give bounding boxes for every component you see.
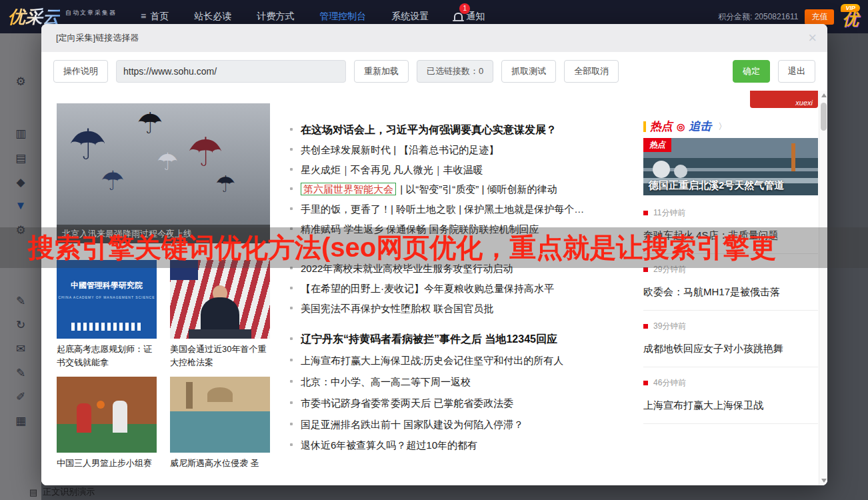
hot-news-item[interactable]: 39分钟前 成都地铁回应女子对小孩跳艳舞 (643, 311, 818, 367)
dialog-toolbar: 操作说明 重新加载 已选链接数：0 抓取测试 全部取消 确定 退出 (41, 52, 827, 91)
building-decoration (71, 323, 142, 331)
red-square-icon (643, 211, 648, 215)
menu-item-settings[interactable]: 系统设置 (391, 11, 429, 23)
umbrella-icon: ☂ (157, 150, 178, 174)
bullet-icon (290, 267, 293, 269)
hero-photo-link[interactable]: ☂ ☂ ☂ ☂ ☂ ☂ 北京入汛来最强降雨过程今夜上线 (57, 103, 270, 243)
scroll-up-arrow-icon[interactable] (821, 93, 827, 97)
news-link[interactable]: 国足亚洲排名跌出前十 国家队建设为何陷入停滞？ (290, 418, 667, 431)
promo-banner-fragment[interactable]: xuexi (750, 91, 818, 108)
embedded-webpage: xuexi ☂ ☂ ☂ ☂ ☂ ☂ 北京入汛来最强降雨过程今夜上线 中國管理科學… (41, 91, 827, 485)
banner-swoosh-decoration (756, 91, 797, 102)
hot-news-list: 11分钟前 奔驰车起火 4S店：非质量问题 29分钟前 欧委会：马航MH17是被… (643, 197, 818, 424)
highlighted-selected-link[interactable]: 第六届世界智能大会 (301, 183, 396, 195)
news-link[interactable]: 市委书记跻身省委常委两天后 已掌舵省委政法委 (290, 397, 667, 410)
news-link[interactable]: 2022年离校未就业高校毕业生服务攻坚行动启动 (290, 262, 667, 275)
tank-decoration (674, 165, 687, 178)
umbrella-icon: ☂ (187, 133, 223, 173)
photo-caption[interactable]: 威尼斯遇高水位侵袭 圣 (170, 457, 271, 470)
exit-button[interactable]: 退出 (778, 60, 815, 83)
photo-caption[interactable]: 美国会通过近30年首个重大控枪法案 (170, 343, 271, 369)
photo-card-congress[interactable] (170, 260, 270, 339)
dialog-header: [定向采集]链接选择器 × (41, 24, 827, 52)
news-link[interactable]: 【在希望的田野上·麦收记】今年夏粮收购总量保持高水平 (290, 282, 667, 295)
flag-decoration (170, 260, 198, 280)
vertical-scrollbar[interactable] (819, 91, 827, 485)
menu-item-billing[interactable]: 计费方式 (257, 11, 294, 23)
scrollbar-thumb[interactable] (821, 103, 827, 131)
news-link[interactable]: 上海宣布打赢大上海保卫战:历史会记住坚守和付出的所有人 (290, 354, 667, 367)
hot-news-item[interactable]: 29分钟前 欧委会：马航MH17是被俄击落 (643, 254, 818, 311)
menu-item-webmaster-read[interactable]: 站长必读 (194, 11, 231, 23)
menu-item-home[interactable]: ≡首页 (141, 11, 169, 23)
news-link[interactable]: 美国宪法不再保护女性堕胎权 联合国官员批 (290, 302, 667, 315)
academy-title: 中國管理科學研究院 (57, 280, 157, 291)
timestamp: 46分钟前 (643, 378, 818, 388)
bullet-icon (290, 423, 293, 425)
bullet-icon (290, 207, 293, 210)
hot-badge: 热点 (643, 138, 671, 152)
recharge-button[interactable]: 充值 (805, 9, 834, 25)
scroll-down-arrow-icon[interactable] (821, 479, 827, 483)
news-link[interactable]: 星火成炬｜不舍再见 凡人微光｜丰收温暖 (290, 163, 667, 177)
red-square-icon (643, 267, 648, 272)
figure-decoration (201, 297, 239, 331)
bullet-icon (290, 307, 293, 309)
help-button[interactable]: 操作说明 (53, 60, 108, 83)
photo-caption[interactable]: 中国三人男篮止步小组赛 (57, 457, 158, 470)
news-link[interactable]: 精准赋码 学生返乡 保通保畅 国务院联防联控机制回应 (290, 223, 667, 236)
hero-caption: 北京入汛来最强降雨过程今夜上线 (57, 225, 270, 243)
news-link[interactable]: 辽宁丹东“持黄码者看病被拦”事件之后 当地12345回应 (290, 333, 667, 346)
confirm-button[interactable]: 确定 (733, 60, 770, 83)
photo-card-basketball[interactable] (57, 377, 157, 453)
tower-decoration (186, 382, 193, 409)
hot-news-item[interactable]: 46分钟前 上海宣布打赢大上海保卫战 (643, 367, 818, 424)
target-icon: ◎ (677, 121, 685, 132)
timestamp: 39分钟前 (643, 321, 818, 331)
news-link[interactable]: 北京：中小学、高一高二等下周一返校 (290, 375, 667, 389)
credits-amount: 积分金额: 2050821611 (718, 11, 799, 23)
news-link[interactable]: 共创全球发展新时代 | 【沿着总书记的足迹】 (290, 143, 667, 157)
hot-image-caption: 德国正重启北溪2号天然气管道 (649, 179, 784, 192)
news-link[interactable]: 第六届世界智能大会 | 以“智变”引“质变” | 倾听创新的律动 (290, 183, 667, 196)
umbrella-icon: ☂ (69, 123, 107, 166)
tank-decoration (653, 161, 670, 178)
top-menu: ≡首页 站长必读 计费方式 管理控制台 系统设置 通知 1 (141, 11, 485, 23)
photo-card-academy[interactable]: 中國管理科學研究院 CHINA ACADEMY OF MANAGEMENT SC… (57, 260, 157, 339)
news-link[interactable]: 退休近6年被查算久吗？超过10年的都有 (290, 439, 667, 452)
bullet-icon (290, 128, 293, 131)
grab-test-button[interactable]: 抓取测试 (501, 60, 556, 83)
hot-feature-image[interactable]: 热点 德国正重启北溪2号天然气管道 (643, 138, 818, 195)
umbrella-icon: ☂ (101, 167, 125, 194)
link-selector-dialog: [定向采集]链接选择器 × 操作说明 重新加载 已选链接数：0 抓取测试 全部取… (41, 24, 827, 485)
timestamp: 11分钟前 (643, 208, 818, 218)
umbrella-icon: ☂ (137, 109, 163, 138)
bullet-icon (290, 148, 293, 151)
podium-decoration (189, 329, 251, 339)
bullet-icon (290, 359, 293, 361)
bullet-icon (290, 380, 293, 383)
vip-corner[interactable]: VIP 优 (841, 4, 860, 27)
reload-button[interactable]: 重新加载 (354, 60, 409, 83)
photo-caption[interactable]: 起底高考志愿规划师：证书交钱就能拿 (57, 343, 158, 369)
news-link[interactable]: 在这场对话会上，习近平为何强调要真心实意谋发展？ (290, 123, 667, 137)
yellow-bar-decoration (643, 121, 646, 132)
player-decoration (77, 403, 91, 433)
dome-decoration (207, 387, 233, 402)
menu-item-console[interactable]: 管理控制台 (319, 11, 366, 23)
hamburger-icon: ≡ (141, 11, 146, 21)
hot-news-item[interactable]: 11分钟前 奔驰车起火 4S店：非质量问题 (643, 197, 818, 254)
menu-item-notifications[interactable]: 通知 1 (454, 11, 485, 23)
ball-decoration (97, 401, 105, 409)
hot-panel-header[interactable]: 热点 ◎ 追击 〉 (643, 119, 727, 134)
url-input[interactable] (116, 60, 346, 83)
corner-logo-icon: 优 (843, 12, 859, 27)
bullet-icon (290, 401, 293, 404)
close-icon[interactable]: × (808, 29, 817, 47)
hot-title-part2: 追击 (689, 119, 711, 134)
cancel-all-button[interactable]: 全部取消 (564, 60, 619, 83)
red-square-icon (643, 324, 648, 329)
news-link[interactable]: 手里的饭，更香了！| 聆听土地之歌 | 保护黑土地就是保护每个… (290, 203, 667, 216)
umbrella-icon: ☂ (215, 173, 235, 195)
photo-card-venice[interactable] (170, 377, 270, 453)
